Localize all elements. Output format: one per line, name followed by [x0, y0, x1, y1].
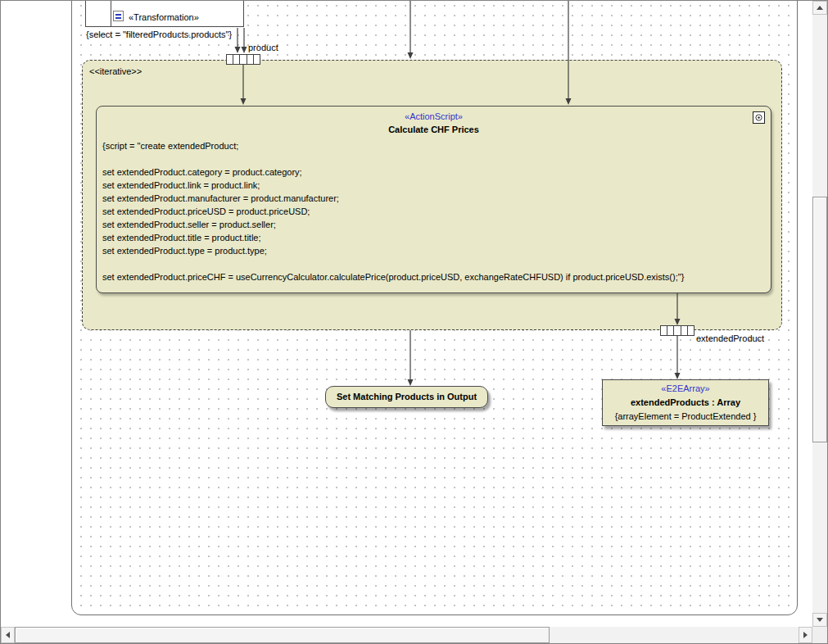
transformation-node[interactable]: «Transformation» [85, 1, 244, 27]
script-line [102, 257, 767, 270]
script-line: set extendedProduct.priceUSD = product.p… [102, 205, 767, 218]
scroll-right-button[interactable] [799, 627, 812, 643]
script-line: set extendedProduct.title = product.titl… [102, 231, 767, 244]
up-arrow-icon [817, 6, 823, 10]
e2e-array-stereotype: «E2EArray» [603, 383, 768, 394]
script-line: {script = "create extendedProduct; [102, 139, 767, 152]
e2e-array-node[interactable]: «E2EArray» extendedProducts : Array {arr… [602, 379, 769, 426]
right-arrow-icon [803, 632, 808, 638]
compartment-divider [111, 1, 111, 26]
action-script-title: Calculate CHF Prices [97, 124, 771, 135]
e2e-array-constraint: {arrayElement = ProductExtended } [603, 410, 768, 422]
expansion-node-input[interactable] [226, 54, 260, 65]
input-pin-label[interactable]: product [248, 42, 278, 53]
action-script-stereotype: «ActionScript» [97, 111, 771, 122]
set-matching-products-node[interactable]: Set Matching Products in Output [325, 386, 488, 408]
down-arrow-icon [817, 618, 823, 622]
scrollbar-corner [812, 627, 827, 643]
scroll-down-button[interactable] [812, 613, 827, 627]
output-pin-label[interactable]: extendedProduct [696, 333, 764, 344]
scroll-up-button[interactable] [812, 1, 827, 15]
set-matching-products-label: Set Matching Products in Output [326, 387, 487, 407]
scroll-left-button[interactable] [1, 627, 15, 643]
transformation-icon [113, 11, 124, 21]
horizontal-scrollbar[interactable] [1, 627, 812, 643]
e2e-array-name: extendedProducts : Array [603, 397, 768, 408]
vertical-scroll-thumb[interactable] [812, 197, 827, 442]
script-line: set extendedProduct.link = product.link; [102, 179, 767, 192]
select-constraint-label[interactable]: {select = "filteredProducts.products"} [86, 29, 232, 40]
script-line: set extendedProduct.type = product.type; [102, 244, 767, 257]
script-line [102, 152, 767, 166]
script-line: set extendedProduct.manufacturer = produ… [102, 192, 767, 205]
transformation-stereotype: «Transformation» [129, 11, 199, 23]
diagram-canvas[interactable]: «Transformation» {select = "filteredProd… [1, 1, 812, 627]
script-line: set extendedProduct.priceCHF = useCurren… [102, 270, 767, 283]
horizontal-scroll-thumb[interactable] [15, 627, 550, 643]
vertical-scrollbar[interactable] [812, 1, 827, 627]
action-script-node[interactable]: «ActionScript» Calculate CHF Prices {scr… [96, 106, 771, 293]
iterative-region-label: <<iterative>> [89, 66, 142, 77]
script-badge-icon [753, 111, 765, 124]
script-line: set extendedProduct.seller = product.sel… [102, 218, 767, 231]
script-line: set extendedProduct.category = product.c… [102, 166, 767, 179]
expansion-node-output[interactable] [660, 325, 695, 336]
left-arrow-icon [6, 632, 10, 638]
script-text: {script = "create extendedProduct; set e… [102, 139, 767, 283]
